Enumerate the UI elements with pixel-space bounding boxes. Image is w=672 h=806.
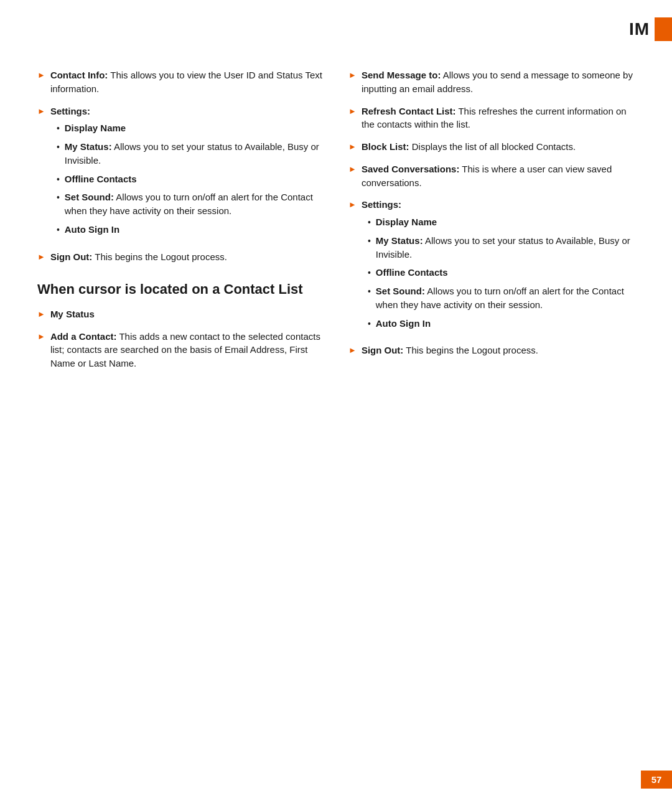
arrow-icon-settings-r: ►: [348, 199, 357, 210]
sub-item-offline-contacts: • Offline Contacts: [57, 172, 324, 186]
sub-item-set-sound: • Set Sound: Allows you to turn on/off a…: [57, 190, 324, 218]
arrow-icon-savedconv: ►: [348, 164, 357, 175]
settings-right-content: Settings: • Display Name • My Status: Al…: [362, 198, 635, 335]
sign-out-text: Sign Out: This begins the Logout process…: [50, 250, 324, 264]
right-column: ► Send Message to: Allows you to send a …: [348, 68, 635, 379]
list-item-block-list: ► Block List: Displays the list of all b…: [348, 140, 635, 154]
sub-item-offline-contacts-r: • Offline Contacts: [368, 266, 635, 279]
sub-set-sound-r-text: Set Sound: Allows you to turn on/off an …: [376, 284, 635, 312]
bullet-icon: •: [57, 223, 60, 236]
main-content: ► Contact Info: This allows you to view …: [37, 68, 635, 379]
saved-conv-label: Saved Conversations:: [362, 164, 460, 174]
list-item-contact-info: ► Contact Info: This allows you to view …: [37, 68, 324, 96]
page-number: 57: [641, 771, 672, 789]
list-item-my-status: ► My Status: [37, 307, 324, 321]
bullet-icon: •: [368, 317, 371, 330]
sub-item-my-status: • My Status: Allows you to set your stat…: [57, 140, 324, 167]
saved-conv-text: Saved Conversations: This is where a use…: [362, 162, 635, 190]
sign-out-desc: This begins the Logout process.: [92, 251, 227, 262]
sub-my-status-text: My Status: Allows you to set your status…: [65, 140, 324, 167]
list-item-sign-out-right: ► Sign Out: This begins the Logout proce…: [348, 344, 635, 357]
send-message-text: Send Message to: Allows you to send a me…: [362, 68, 635, 96]
send-message-label: Send Message to:: [362, 70, 441, 80]
bullet-icon: •: [368, 266, 371, 279]
sub-auto-sign-r-text: Auto Sign In: [376, 317, 431, 330]
bullet-icon: •: [368, 216, 371, 228]
sign-out-right-text: Sign Out: This begins the Logout process…: [362, 344, 635, 357]
sub-my-status-r-text: My Status: Allows you to set your status…: [376, 234, 635, 261]
list-item-add-contact: ► Add a Contact: This adds a new contact…: [37, 330, 324, 370]
header-bar: [655, 17, 672, 41]
left-column: ► Contact Info: This allows you to view …: [37, 68, 324, 379]
settings-right-sublist: • Display Name • My Status: Allows you t…: [368, 215, 635, 330]
sub-item-auto-sign-in: • Auto Sign In: [57, 223, 324, 237]
bullet-icon: •: [57, 122, 60, 134]
arrow-icon: ►: [37, 70, 45, 81]
sub-auto-sign-text: Auto Sign In: [65, 223, 119, 237]
refresh-contact-text: Refresh Contact List: This refreshes the…: [362, 105, 635, 132]
block-list-label: Block List:: [362, 141, 409, 152]
page-title: IM: [629, 19, 650, 39]
sign-out-right-label: Sign Out:: [362, 345, 404, 355]
arrow-icon-settings: ►: [37, 106, 45, 117]
header: IM: [629, 17, 672, 41]
sub-item-set-sound-r: • Set Sound: Allows you to turn on/off a…: [368, 284, 635, 312]
list-item-saved-conversations: ► Saved Conversations: This is where a u…: [348, 162, 635, 190]
sub-offline-r-text: Offline Contacts: [376, 266, 448, 279]
section-heading: When cursor is located on a Contact List: [37, 281, 324, 299]
item-contact-info-text: Contact Info: This allows you to view th…: [50, 68, 324, 96]
my-status-section-label: My Status: [50, 309, 95, 319]
sub-set-sound-text: Set Sound: Allows you to turn on/off an …: [65, 190, 324, 218]
settings-right-label: Settings:: [362, 199, 401, 210]
sub-item-display-name: • Display Name: [57, 121, 324, 135]
bullet-icon: •: [57, 173, 60, 185]
block-list-text: Block List: Displays the list of all blo…: [362, 140, 635, 154]
sub-item-my-status-r: • My Status: Allows you to set your stat…: [368, 234, 635, 261]
list-item-sign-out: ► Sign Out: This begins the Logout proce…: [37, 250, 324, 264]
settings-label: Settings:: [50, 106, 90, 116]
list-item-settings: ► Settings: • Display Name • My Status: …: [37, 105, 324, 241]
arrow-icon-blocklist: ►: [348, 141, 357, 152]
item-settings-content: Settings: • Display Name • My Status: Al…: [50, 105, 324, 241]
arrow-icon-addcontact: ►: [37, 331, 45, 342]
list-item-refresh-contact: ► Refresh Contact List: This refreshes t…: [348, 105, 635, 132]
sub-item-auto-sign-in-r: • Auto Sign In: [368, 317, 635, 330]
bullet-icon: •: [57, 191, 60, 204]
arrow-icon-signout: ►: [37, 251, 45, 263]
contact-info-label: Contact Info:: [50, 70, 108, 80]
sub-item-display-name-r: • Display Name: [368, 215, 635, 229]
sub-display-name-r-text: Display Name: [376, 215, 437, 229]
arrow-icon-mystatus: ►: [37, 309, 45, 320]
list-item-send-message: ► Send Message to: Allows you to send a …: [348, 68, 635, 96]
settings-sublist: • Display Name • My Status: Allows you t…: [57, 121, 324, 236]
arrow-icon-refresh: ►: [348, 106, 357, 117]
my-status-section-text: My Status: [50, 307, 324, 321]
add-contact-label: Add a Contact:: [50, 331, 117, 342]
bullet-icon: •: [368, 235, 371, 247]
add-contact-text: Add a Contact: This adds a new contact t…: [50, 330, 324, 370]
sign-out-right-desc: This begins the Logout process.: [403, 345, 538, 355]
refresh-contact-label: Refresh Contact List:: [362, 106, 456, 116]
sub-display-name-text: Display Name: [65, 121, 126, 135]
bullet-icon: •: [57, 141, 60, 153]
bullet-icon: •: [368, 285, 371, 298]
block-list-desc: Displays the list of all blocked Contact…: [409, 141, 576, 152]
arrow-icon-signout-r: ►: [348, 345, 357, 356]
sign-out-label: Sign Out:: [50, 251, 93, 262]
list-item-settings-right: ► Settings: • Display Name • My Status: …: [348, 198, 635, 335]
arrow-icon-sendmsg: ►: [348, 70, 357, 81]
sub-offline-text: Offline Contacts: [65, 172, 137, 186]
